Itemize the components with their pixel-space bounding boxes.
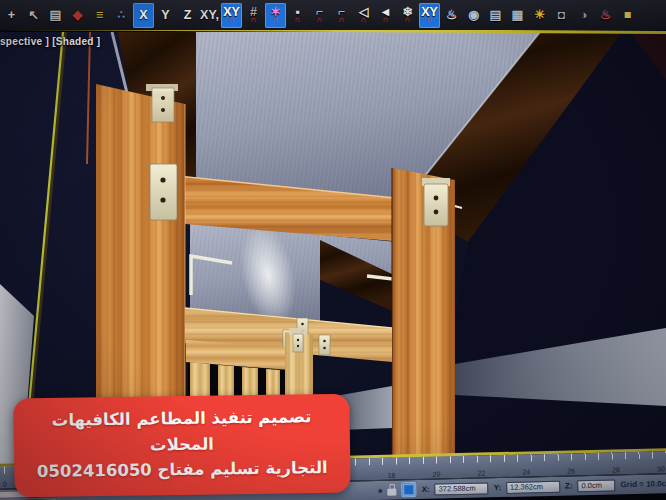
magnet-icon: ∩ bbox=[229, 16, 235, 24]
magnet-icon: ∩ bbox=[383, 16, 389, 24]
render-iterative-icon[interactable]: ◑ bbox=[573, 3, 594, 28]
render-setup-icon[interactable]: ▤ bbox=[485, 3, 506, 28]
x-coordinate-field[interactable]: 372.588cm bbox=[434, 482, 488, 495]
select-object-icon[interactable]: ↖ bbox=[23, 3, 44, 28]
ruler-number: 30 bbox=[657, 465, 665, 472]
light-icon[interactable]: ☀ bbox=[529, 3, 550, 28]
main-toolbar: + ↖ ▤ ◆ ≡ ∴ X Y Z XY, bbox=[0, 0, 666, 30]
material-editor-icon[interactable]: ◉ bbox=[463, 3, 484, 28]
snap-xy-button[interactable]: XY ∩ bbox=[221, 3, 242, 28]
selection-set-icon[interactable]: ∴ bbox=[111, 3, 132, 28]
restrict-z-button[interactable]: Z bbox=[177, 3, 198, 28]
transform-typein-toggle[interactable] bbox=[401, 482, 416, 497]
magnet-icon: ∩ bbox=[273, 16, 279, 24]
select-by-name-icon[interactable]: ▤ bbox=[45, 3, 66, 28]
edge-snap-icon[interactable]: ⌐ ∩ bbox=[309, 3, 330, 28]
render-frame-icon[interactable]: ▦ bbox=[507, 3, 528, 28]
select-and-move-icon[interactable]: + bbox=[1, 3, 22, 28]
magnet-icon: ∩ bbox=[339, 16, 345, 24]
arabic-ad-badge: تصميم تنفيذ المطاعم الكافيهات المحلات ال… bbox=[13, 394, 350, 497]
y-coordinate-label: Y: bbox=[493, 483, 501, 492]
render-production-icon[interactable]: ♨ bbox=[595, 3, 616, 28]
magnet-icon: ∩ bbox=[427, 16, 433, 24]
magnet-icon: ∩ bbox=[317, 16, 323, 24]
ruler-number: 20 bbox=[432, 470, 440, 477]
magnet-icon: ∩ bbox=[405, 16, 411, 24]
rendered-frame-button[interactable]: ■ bbox=[617, 3, 638, 28]
z-coordinate-label: Z: bbox=[565, 481, 573, 490]
vertex-snap-icon[interactable]: ◁ ∩ bbox=[353, 3, 374, 28]
selection-lock-dot bbox=[379, 488, 383, 492]
restrict-x-button[interactable]: X bbox=[133, 3, 154, 28]
badge-line-2: التجارية تسليم مفتاح 0502416050 bbox=[24, 455, 340, 485]
grid-snap-icon[interactable]: # ∩ bbox=[243, 3, 264, 28]
ruler-number: 0 bbox=[3, 481, 7, 488]
camera-icon[interactable]: ◘ bbox=[551, 3, 572, 28]
pivot-snap-icon[interactable]: ◄ ∩ bbox=[375, 3, 396, 28]
magnet-icon: ∩ bbox=[295, 16, 301, 24]
screen-photo: { "colors": { "accent_blue": "#1f71d9", … bbox=[0, 0, 666, 500]
badge-line-1: تصميم تنفيذ المطاعم الكافيهات المحلات bbox=[23, 404, 340, 460]
ruler-number: 18 bbox=[388, 472, 396, 479]
z-coordinate-field[interactable]: 0.0cm bbox=[577, 479, 615, 492]
dot-snap-icon[interactable]: ▪ ∩ bbox=[287, 3, 308, 28]
spinner-snap-icon[interactable]: ❄ ∩ bbox=[397, 3, 418, 28]
snap-toggle-xy-button[interactable]: XY ∩ bbox=[419, 3, 440, 28]
midpoint-snap-icon[interactable]: ⌐ ∩ bbox=[331, 3, 352, 28]
restrict-xy-label[interactable]: XY, bbox=[199, 3, 220, 28]
mirror-icon[interactable]: ◆ bbox=[67, 3, 88, 28]
y-coordinate-field[interactable]: 12.362cm bbox=[506, 480, 560, 493]
restrict-y-button[interactable]: Y bbox=[155, 3, 176, 28]
ruler-number: 26 bbox=[567, 467, 575, 474]
render-teapot-icon[interactable]: ♨ bbox=[441, 3, 462, 28]
magnet-icon: ∩ bbox=[251, 16, 257, 24]
viewport-label[interactable]: spective ] [Shaded ] bbox=[0, 36, 100, 47]
x-coordinate-label: X: bbox=[422, 485, 430, 494]
magnet-icon: ∩ bbox=[361, 16, 367, 24]
align-icon[interactable]: ≡ bbox=[89, 3, 110, 28]
lock-icon[interactable] bbox=[388, 488, 397, 495]
angle-snap-button[interactable]: ✶ ∩ bbox=[265, 3, 286, 28]
ruler-number: 24 bbox=[522, 468, 530, 475]
ruler-number: 22 bbox=[477, 469, 485, 476]
ruler-number: 28 bbox=[612, 466, 620, 473]
grid-size-label: Grid = 10.0cm bbox=[620, 479, 666, 489]
